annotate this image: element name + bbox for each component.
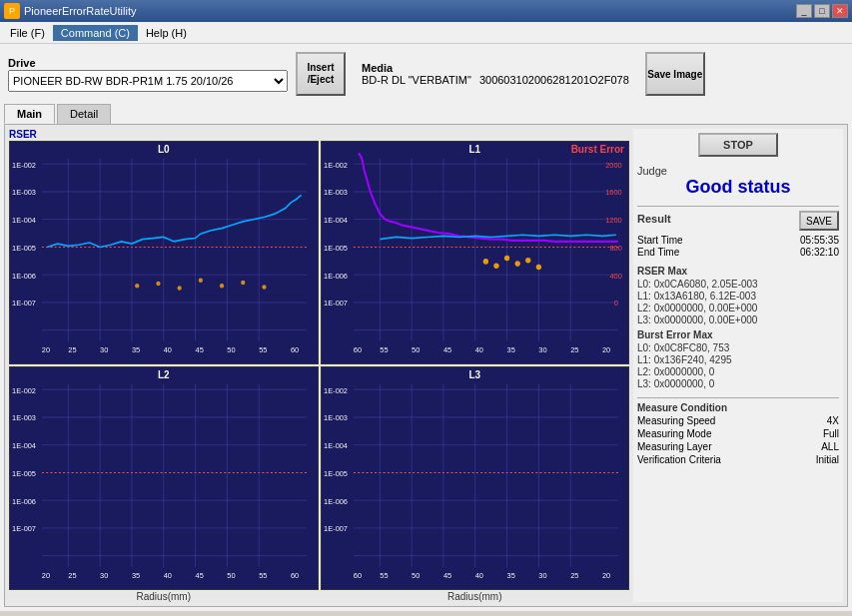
svg-text:1E-007: 1E-007 [324,524,348,533]
chart-l2-title: L2 [158,369,170,380]
burst-error-title: Burst Error Max [637,329,839,340]
svg-point-18 [199,279,203,283]
svg-point-53 [493,264,498,270]
start-time-value: 05:55:35 [800,235,839,246]
svg-point-20 [241,281,245,285]
menu-help[interactable]: Help (H) [138,25,195,41]
title-bar: P PioneerErrorRateUtility _ □ ✕ [0,0,852,22]
svg-text:60: 60 [353,571,361,580]
svg-text:35: 35 [132,345,140,354]
judge-section: Judge Good status [637,165,839,198]
main-content: Drive PIONEER BD-RW BDR-PR1M 1.75 20/10/… [0,44,852,611]
svg-text:60: 60 [353,345,361,354]
svg-text:1E-004: 1E-004 [12,216,36,225]
svg-text:2000: 2000 [605,160,621,169]
svg-point-54 [503,256,508,262]
svg-text:25: 25 [68,345,76,354]
drive-group: Drive PIONEER BD-RW BDR-PR1M 1.75 20/10/… [8,57,288,92]
svg-text:1E-005: 1E-005 [324,244,348,253]
svg-text:1E-003: 1E-003 [324,413,348,422]
svg-text:1E-002: 1E-002 [324,160,348,169]
svg-point-19 [220,284,224,288]
svg-text:1E-006: 1E-006 [12,496,36,505]
svg-text:1E-003: 1E-003 [12,413,36,422]
menu-command[interactable]: Command (C) [53,25,138,41]
svg-text:55: 55 [259,345,267,354]
drive-select-wrapper: PIONEER BD-RW BDR-PR1M 1.75 20/10/26 [8,70,288,92]
svg-text:40: 40 [474,345,482,354]
measuring-layer-value: ALL [821,441,839,452]
svg-text:1E-002: 1E-002 [12,160,36,169]
save-button[interactable]: SAVE [799,211,839,231]
svg-text:20: 20 [601,345,609,354]
svg-text:30: 30 [100,571,108,580]
burst-l1: L1: 0x136F240, 4295 [637,354,839,365]
svg-text:1E-004: 1E-004 [324,441,348,450]
svg-text:50: 50 [412,571,420,580]
minimize-button[interactable]: _ [796,4,812,18]
app-icon: P [4,3,20,19]
burst-error-section: Burst Error Max L0: 0x0C8FC80, 753 L1: 0… [637,329,839,389]
svg-point-57 [535,265,540,271]
svg-text:35: 35 [132,571,140,580]
svg-text:20: 20 [42,345,50,354]
chart-l3-title: L3 [468,369,480,380]
tab-main[interactable]: Main [4,104,55,124]
media-group: Media BD-R DL "VERBATIM" 300603102006281… [362,62,629,86]
stop-button[interactable]: STOP [698,133,778,157]
svg-text:55: 55 [259,571,267,580]
verification-criteria-row: Verification Criteria Initial [637,454,839,465]
measuring-layer-label: Measuring Layer [637,441,711,452]
save-image-button[interactable]: Save Image [645,52,705,96]
media-label: Media [362,62,629,74]
svg-text:50: 50 [412,345,420,354]
rser-max-title: RSER Max [637,266,839,277]
media-type: BD-R DL "VERBATIM" [362,74,471,86]
svg-text:20: 20 [601,571,609,580]
svg-text:1E-004: 1E-004 [12,441,36,450]
svg-text:1E-006: 1E-006 [12,271,36,280]
close-button[interactable]: ✕ [832,4,848,18]
svg-text:1E-007: 1E-007 [324,299,348,308]
chart-l1: L1 Burst Error [321,141,630,364]
svg-text:1E-005: 1E-005 [324,469,348,478]
chart-l0-x-label: Radius(mm) [9,591,319,602]
svg-point-21 [262,285,266,289]
rser-l2: L2: 0x0000000, 0.00E+000 [637,303,839,313]
svg-point-17 [178,286,182,290]
result-section: Result SAVE Start Time 05:55:35 End Time… [637,211,839,258]
svg-text:35: 35 [506,345,514,354]
rser-label: RSER [9,129,629,140]
svg-text:60: 60 [291,571,299,580]
measure-condition: Measure Condition Measuring Speed 4X Mea… [637,397,839,465]
svg-text:25: 25 [570,571,578,580]
svg-text:40: 40 [164,571,172,580]
menu-file[interactable]: File (F) [2,25,53,41]
tab-detail[interactable]: Detail [57,104,111,124]
svg-point-52 [482,259,487,265]
rser-l3: L3: 0x0000000, 0.00E+000 [637,314,839,325]
drive-label: Drive [8,57,286,69]
svg-text:55: 55 [380,571,388,580]
end-time-row: End Time 06:32:10 [637,247,839,258]
svg-text:40: 40 [474,571,482,580]
tabs: Main Detail [4,104,848,124]
svg-text:20: 20 [42,571,50,580]
chart-l0: L0 [9,141,319,364]
drive-select[interactable]: PIONEER BD-RW BDR-PR1M 1.75 20/10/26 [8,70,288,92]
rser-max-section: RSER Max L0: 0x0CA6080, 2.05E-003 L1: 0x… [637,266,839,325]
svg-text:1E-007: 1E-007 [12,524,36,533]
svg-text:1E-002: 1E-002 [12,385,36,394]
svg-text:45: 45 [442,345,450,354]
charts-and-panel: RSER L0 [9,129,843,602]
burst-l2: L2: 0x0000000, 0 [637,366,839,377]
start-time-label: Start Time [637,235,683,246]
svg-text:45: 45 [196,571,204,580]
judge-label: Judge [637,165,839,177]
svg-text:40: 40 [164,345,172,354]
insert-eject-button[interactable]: Insert /Eject [296,52,346,96]
maximize-button[interactable]: □ [814,4,830,18]
end-time-value: 06:32:10 [800,247,839,258]
svg-text:55: 55 [380,345,388,354]
svg-point-56 [525,258,530,264]
